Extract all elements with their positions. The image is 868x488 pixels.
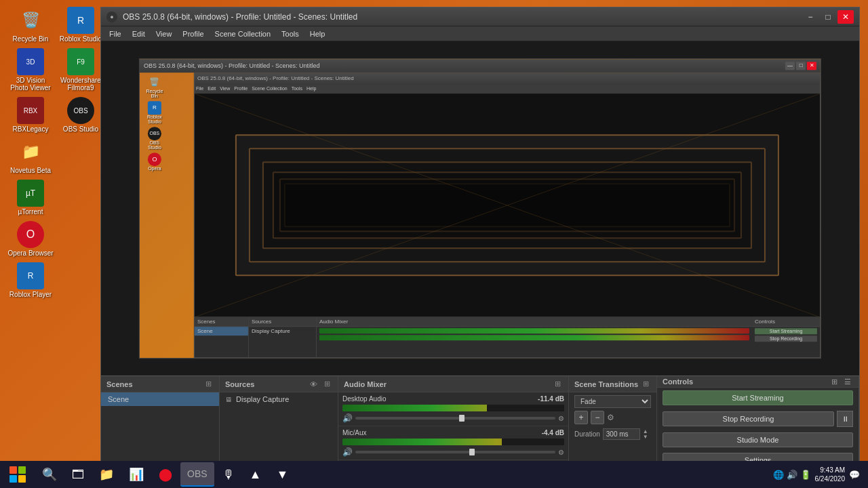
mic-aux-vol-btn[interactable]: 🔊 [342,447,353,457]
obs-studio-icon[interactable]: OBS OBS Studio [57,97,104,133]
sources-expand-icon[interactable]: ⊞ [321,379,332,390]
battery-icon[interactable]: 🔋 [800,470,811,480]
roblox-player-icon[interactable]: R Roblox Player [7,262,54,298]
scenes-panel-icons: ⊞ [203,379,214,390]
mic-aux-gear-btn[interactable]: ⚙ [558,449,564,456]
recording-pause-button[interactable]: ⏸ [837,411,853,427]
sources-eye-icon[interactable]: 👁 [308,379,319,390]
network-icon[interactable]: 🌐 [773,470,784,480]
taskbar-arrow-up[interactable]: ▲ [243,462,269,487]
transition-gear-icon[interactable]: ⚙ [607,413,614,422]
rec-close-btn[interactable]: ✕ [807,62,816,70]
filmora-icon[interactable]: F9 Wondershare Filmora9 [57,48,104,92]
start-streaming-button[interactable]: Start Streaming [663,390,853,405]
desktop-audio-header: Desktop Audio -11.4 dB [342,395,564,403]
controls-grid-icon[interactable]: ⊞ [829,376,840,387]
desktop-audio-meter-mask [487,405,564,411]
duration-arrows: ▲ ▼ [643,429,648,440]
transition-type-row: Fade Cut Swipe [569,392,656,411]
rbxlegacy-icon[interactable]: RBX RBXLegacy [7,97,54,133]
recursive-content: 🗑️ Recycle Bin R Roblox Studio OBS OBS S… [140,73,821,359]
audio-mixer-title: Audio Mixer [344,380,387,388]
scene-item-1[interactable]: Scene [101,392,219,406]
menu-profile[interactable]: Profile [177,28,209,39]
roblox-studio-icon[interactable]: R Roblox Studio [57,7,104,43]
mic-aux-thumb[interactable] [469,449,475,455]
studio-mode-button[interactable]: Studio Mode [663,432,853,447]
taskbar-arrow-down[interactable]: ▼ [269,462,295,487]
audio-expand-icon[interactable]: ⊞ [552,379,563,390]
taskbar-explorer[interactable]: 📁 [92,462,121,487]
desktop-audio-db: -11.4 dB [538,395,564,403]
volume-icon[interactable]: 🔊 [787,470,797,480]
controls-list-icon[interactable]: ☰ [842,376,853,387]
svg-line-0 [195,94,507,205]
desktop-audio-vol-btn[interactable]: 🔊 [342,413,353,423]
audio-panel-icons: ⊞ [552,379,563,390]
stop-recording-row: Stop Recording ⏸ [663,411,853,427]
start-button[interactable] [3,462,33,487]
recursive-bottom-panels: Scenes Scene Sources Display Capture [195,317,820,357]
window-controls: − □ ✕ [802,10,854,24]
menu-scene-collection[interactable]: Scene Collection [210,28,277,39]
taskbar-red-app[interactable]: ⬤ [152,462,179,487]
taskbar-excel[interactable]: 📊 [122,462,151,487]
obs-preview-inner: OBS 25.0.8 (64-bit, windows) - Profile: … [139,58,821,359]
mic-aux-meter-mask [502,439,564,445]
taskbar-taskview[interactable]: 🗔 [65,462,91,487]
desktop-audio-gear-btn[interactable]: ⚙ [558,415,564,422]
desktop-audio-slider[interactable] [355,417,555,420]
close-button[interactable]: ✕ [837,10,854,24]
transitions-title: Scene Transitions [574,380,638,388]
transitions-panel-header: Scene Transitions ⊞ [569,376,656,392]
windows-logo [9,466,26,483]
obs-title: OBS 25.0.8 (64-bit, windows) - Profile: … [123,12,357,22]
3d-vision-icon[interactable]: 3D 3D Vision Photo Viewer [7,48,54,92]
taskbar-mic[interactable]: 🎙 [216,462,241,487]
scenes-panel-header: Scenes ⊞ [101,376,219,392]
recursive-obs-menu: File Edit View Profile Scene Collection … [195,84,820,94]
rec-recycle-icon: 🗑️ Recycle Bin [142,75,167,98]
stop-recording-button[interactable]: Stop Recording [663,411,834,426]
menu-view[interactable]: View [151,28,178,39]
recursive-obs-window: OBS 25.0.8 (64-bit, windows) - Profile: … [194,73,821,359]
minimize-button[interactable]: − [802,10,818,24]
rec-min-btn[interactable]: — [785,62,795,70]
menu-tools[interactable]: Tools [276,28,304,39]
display-capture-icon: 🖥 [225,396,232,403]
mic-aux-header: Mic/Aux -4.4 dB [342,429,564,436]
novetus-icon[interactable]: 📁 Novetus Beta [7,138,54,174]
maximize-button[interactable]: □ [820,10,836,24]
menu-file[interactable]: File [104,28,127,39]
duration-input[interactable] [603,428,640,440]
opera-icon[interactable]: O Opera Browser [7,221,54,257]
duration-down-arrow[interactable]: ▼ [643,434,648,440]
rec-roblox-icon: R Roblox Studio [142,101,167,124]
sources-title: Sources [225,380,254,388]
source-item-display-capture[interactable]: 🖥 Display Capture [220,392,338,406]
mic-aux-db: -4.4 dB [542,429,564,436]
recycle-bin-icon[interactable]: 🗑️ Recycle Bin [7,7,54,43]
taskbar-clock[interactable]: 9:43 AM 6/24/2020 [815,466,846,483]
scenes-expand-icon[interactable]: ⊞ [203,379,214,390]
mic-aux-slider[interactable] [355,451,555,453]
menu-help[interactable]: Help [304,28,331,39]
taskbar-obs[interactable]: OBS [180,462,214,487]
source-item-label: Display Capture [236,395,289,403]
svg-line-1 [507,94,820,205]
taskbar-search[interactable]: 🔍 [35,462,64,487]
taskbar-sys-icons: 🌐 🔊 🔋 [773,470,811,480]
rec-max-btn[interactable]: □ [796,62,806,70]
transition-add-btn[interactable]: + [574,411,588,424]
sources-panel-icons: 👁 ⊞ [308,379,332,390]
transition-type-select[interactable]: Fade Cut Swipe [574,395,651,408]
desktop-audio-thumb[interactable] [459,415,465,422]
notification-icon[interactable]: 💬 [849,470,860,480]
transition-remove-btn[interactable]: − [591,411,604,424]
utorrent-icon[interactable]: µT µTorrent [7,180,54,216]
rec-controls-panel: Controls Start Streaming Stop Recording [752,317,820,357]
sources-panel-header: Sources 👁 ⊞ [220,376,338,392]
transitions-expand-icon[interactable]: ⊞ [640,379,651,390]
taskbar-right: 🌐 🔊 🔋 9:43 AM 6/24/2020 💬 [768,466,866,483]
menu-edit[interactable]: Edit [127,28,151,39]
